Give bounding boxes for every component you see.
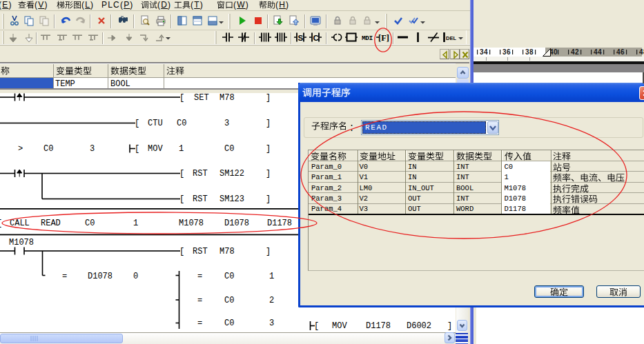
svg-text:38: 38 [525,48,534,56]
svg-text:48: 48 [639,48,644,56]
svg-text:46: 46 [616,48,625,56]
svg-text:34: 34 [480,48,488,56]
svg-text:44: 44 [594,48,602,56]
svg-text:42: 42 [571,48,579,56]
svg-text:36: 36 [502,48,511,56]
